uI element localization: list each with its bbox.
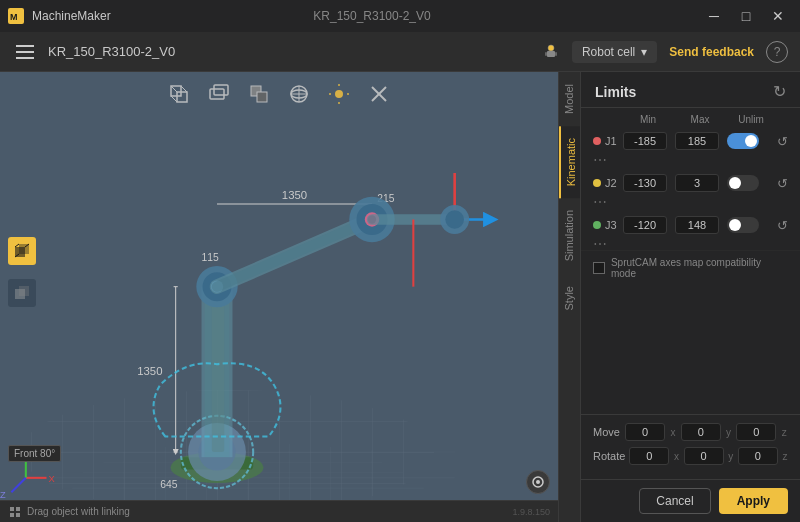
j3-max-input[interactable] [675, 216, 719, 234]
svg-point-19 [335, 90, 343, 98]
main-area: 1350 1350 115 215 [0, 72, 800, 522]
col-unlim-label: Unlim [727, 114, 775, 125]
cube-icon-dark[interactable] [8, 279, 36, 307]
j3-reset-icon[interactable]: ↺ [777, 218, 799, 233]
solid-view-icon[interactable] [247, 82, 271, 106]
app-title: MachineMaker [32, 9, 301, 23]
tab-model[interactable]: Model [559, 72, 580, 126]
sun-icon[interactable] [327, 82, 351, 106]
move-z-input[interactable] [736, 423, 776, 441]
j2-more-icon[interactable]: ⋯ [593, 194, 621, 210]
svg-point-88 [536, 480, 540, 484]
robot-icon [542, 43, 560, 61]
box-view-icon[interactable] [167, 82, 191, 106]
rotate-z-input[interactable] [738, 447, 778, 465]
version-text: 1.9.8.150 [512, 507, 550, 517]
j1-max-input[interactable] [675, 132, 719, 150]
svg-text:1350: 1350 [282, 189, 307, 201]
tab-kinematic[interactable]: Kinematic [559, 126, 580, 198]
rotate-y-input[interactable] [684, 447, 724, 465]
j2-dot [593, 179, 601, 187]
robot-scene: 1350 1350 115 215 [0, 72, 558, 522]
left-icon-panel [8, 237, 36, 307]
sprutcam-checkbox[interactable] [593, 262, 605, 274]
titlebar: M MachineMaker KR_150_R3100-2_V0 ─ □ ✕ [0, 0, 800, 32]
rotate-x-input[interactable] [629, 447, 669, 465]
hamburger-menu-button[interactable] [12, 38, 40, 66]
cancel-button[interactable]: Cancel [639, 488, 710, 514]
j2-min-input[interactable] [623, 174, 667, 192]
transform-section: Move x y z Rotate x y z [581, 414, 800, 479]
mini-toolbar [526, 470, 550, 494]
svg-rect-14 [257, 92, 267, 102]
j2-reset-icon[interactable]: ↺ [777, 176, 799, 191]
j1-min-input[interactable] [623, 132, 667, 150]
drag-icon [8, 505, 22, 519]
sprutcam-label: SprutCAM axes map compatibility mode [611, 257, 788, 279]
panel-header: Limits ↻ [581, 72, 800, 108]
j3-min-input[interactable] [623, 216, 667, 234]
sprutcam-row: SprutCAM axes map compatibility mode [581, 250, 800, 285]
j2-toggle[interactable] [727, 175, 759, 191]
svg-rect-12 [214, 85, 228, 95]
joint-row-j1: J1 ↺ ⋯ [591, 129, 790, 171]
maximize-button[interactable]: □ [732, 5, 760, 27]
svg-text:Z: Z [0, 491, 6, 501]
move-y-input[interactable] [681, 423, 721, 441]
viewport-toolbar [167, 82, 391, 106]
tab-style[interactable]: Style [559, 274, 580, 322]
j3-toggle[interactable] [727, 217, 759, 233]
main-toolbar: KR_150_R3100-2_V0 Robot cell ▾ Send feed… [0, 32, 800, 72]
feedback-button[interactable]: Send feedback [669, 45, 754, 59]
view-badge: Front 80° [8, 445, 61, 462]
svg-text:1350: 1350 [137, 365, 162, 377]
help-button[interactable]: ? [766, 41, 788, 63]
rotate-label: Rotate [593, 450, 625, 462]
j3-more-icon[interactable]: ⋯ [593, 236, 621, 250]
mini-tool-button[interactable] [526, 470, 550, 494]
joint-row-j2: J2 ↺ ⋯ [591, 171, 790, 213]
cross-icon[interactable] [367, 82, 391, 106]
svg-line-76 [11, 478, 25, 492]
wireframe-icon[interactable] [207, 82, 231, 106]
svg-point-2 [548, 45, 554, 51]
col-max-label: Max [675, 114, 725, 125]
robot-cell-button[interactable]: Robot cell ▾ [572, 41, 657, 63]
svg-line-82 [15, 244, 19, 247]
move-row: Move x y z [593, 423, 788, 441]
cube-icon-yellow[interactable] [8, 237, 36, 265]
j1-toggle[interactable] [727, 133, 759, 149]
move-x-input[interactable] [625, 423, 665, 441]
status-bar: Drag object with linking 1.9.8.150 [0, 500, 558, 522]
svg-rect-4 [545, 52, 547, 56]
svg-text:115: 115 [202, 252, 219, 263]
mesh-icon[interactable] [287, 82, 311, 106]
svg-rect-5 [555, 52, 557, 56]
viewport-3d[interactable]: 1350 1350 115 215 [0, 72, 558, 522]
svg-rect-47 [212, 287, 224, 452]
close-button[interactable]: ✕ [764, 5, 792, 27]
j2-max-input[interactable] [675, 174, 719, 192]
minimize-button[interactable]: ─ [700, 5, 728, 27]
svg-line-56 [217, 220, 372, 287]
window-controls: ─ □ ✕ [700, 5, 792, 27]
rotate-row: Rotate x y z [593, 447, 788, 465]
refresh-icon[interactable]: ↻ [773, 82, 786, 101]
svg-text:645: 645 [160, 479, 177, 490]
move-label: Move [593, 426, 621, 438]
tab-simulation[interactable]: Simulation [559, 198, 580, 273]
toolbar-document-title: KR_150_R3100-2_V0 [48, 44, 542, 59]
svg-rect-11 [210, 89, 224, 99]
j1-more-icon[interactable]: ⋯ [593, 152, 621, 168]
limits-header: Min Max Unlim [591, 114, 790, 125]
svg-rect-7 [177, 92, 187, 102]
j1-reset-icon[interactable]: ↺ [777, 134, 799, 149]
document-title: KR_150_R3100-2_V0 [313, 9, 430, 23]
apply-button[interactable]: Apply [719, 488, 788, 514]
svg-text:M: M [10, 12, 18, 22]
svg-rect-3 [547, 51, 555, 57]
side-tabs-panel: Model Kinematic Simulation Style [558, 72, 580, 522]
status-text: Drag object with linking [27, 506, 130, 517]
svg-rect-89 [10, 507, 14, 511]
joint-row-j3: J3 ↺ ⋯ [591, 213, 790, 250]
